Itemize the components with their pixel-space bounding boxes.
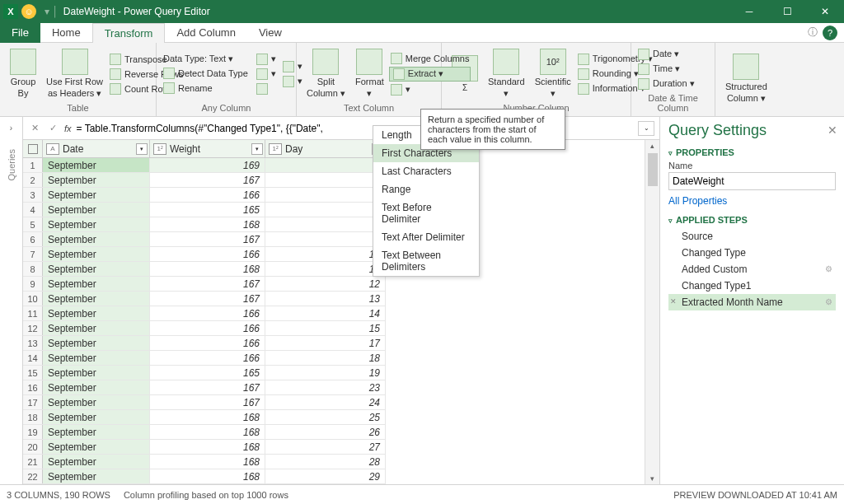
cell-date[interactable]: September (43, 292, 150, 306)
fill-icon[interactable]: ▾ (255, 68, 278, 81)
cell-weight[interactable]: 169 (150, 158, 265, 172)
cell-weight[interactable]: 167 (150, 292, 265, 306)
tab-file[interactable]: File (0, 23, 40, 43)
table-row[interactable]: 16September16723 (23, 380, 386, 395)
minimize-button[interactable]: ─ (730, 0, 768, 23)
cell-weight[interactable]: 168 (150, 262, 265, 276)
cell-weight[interactable]: 166 (150, 351, 265, 365)
cell-weight[interactable]: 166 (150, 306, 265, 320)
cell-date[interactable]: September (43, 336, 150, 350)
cell-weight[interactable]: 168 (150, 440, 265, 454)
cell-day[interactable]: 29 (265, 469, 386, 483)
table-row[interactable]: 11September16614 (23, 306, 386, 321)
format-button[interactable]: Format ▾ (350, 47, 389, 100)
tab-home[interactable]: Home (40, 23, 92, 43)
cell-date[interactable]: September (43, 306, 150, 320)
expand-icon[interactable]: › (10, 124, 12, 133)
time-button[interactable]: Time ▾ (636, 63, 696, 76)
table-row[interactable]: 19September16826 (23, 425, 386, 440)
cell-date[interactable]: September (43, 188, 150, 202)
select-all-cell[interactable] (23, 140, 43, 157)
cell-day[interactable]: 6 (265, 203, 386, 217)
cancel-icon[interactable]: ✕ (28, 122, 41, 135)
table-row[interactable]: 12September16615 (23, 321, 386, 336)
column-header-day[interactable]: 1²Day▾ (265, 140, 386, 157)
close-button[interactable]: ✕ (806, 0, 844, 23)
cell-date[interactable]: September (43, 262, 150, 276)
table-row[interactable]: 6September1679 (23, 232, 386, 247)
date-button[interactable]: Date ▾ (636, 48, 696, 61)
table-row[interactable]: 4September1656 (23, 203, 386, 217)
table-row[interactable]: 17September16724 (23, 395, 386, 410)
cell-day[interactable]: 8 (265, 217, 386, 231)
delete-step-icon[interactable]: ✕ (670, 297, 677, 306)
parse-button[interactable]: ▾ (389, 83, 471, 96)
menu-text-after-delimiter[interactable]: Text After Delimiter (373, 228, 479, 246)
cell-weight[interactable]: 168 (150, 410, 265, 424)
data-type-button[interactable]: Data Type: Text ▾ (162, 53, 250, 65)
cell-weight[interactable]: 168 (150, 455, 265, 469)
cell-date[interactable]: September (43, 321, 150, 335)
cell-date[interactable]: September (43, 173, 150, 187)
applied-step[interactable]: Changed Type (668, 245, 836, 261)
cell-day[interactable]: 17 (265, 336, 386, 350)
properties-header[interactable]: PROPERTIES (668, 147, 836, 157)
menu-text-between-delimiters[interactable]: Text Between Delimiters (373, 246, 479, 276)
menu-text-before-delimiter[interactable]: Text Before Delimiter (373, 198, 479, 228)
cell-date[interactable]: September (43, 366, 150, 380)
merge-columns-button[interactable]: Merge Columns (389, 52, 471, 65)
table-row[interactable]: 10September16713 (23, 292, 386, 306)
cell-date[interactable]: September (43, 217, 150, 231)
column-dropdown-icon[interactable]: ▾ (251, 143, 263, 155)
cell-day[interactable]: 13 (265, 292, 386, 306)
cell-day[interactable]: 26 (265, 425, 386, 439)
cell-day[interactable]: 19 (265, 366, 386, 380)
cell-weight[interactable]: 165 (150, 366, 265, 380)
cell-day[interactable]: 15 (265, 321, 386, 335)
detect-type-button[interactable]: Detect Data Type (162, 67, 250, 80)
vertical-scrollbar[interactable]: ▴▾ (645, 140, 659, 484)
scientific-button[interactable]: 10²Scientific ▾ (530, 47, 576, 100)
cell-weight[interactable]: 166 (150, 247, 265, 261)
cell-day[interactable]: 9 (265, 232, 386, 246)
accept-icon[interactable]: ✓ (46, 122, 59, 135)
fx-icon[interactable]: fx (64, 124, 72, 133)
cell-date[interactable]: September (43, 247, 150, 261)
applied-step[interactable]: Added Custom⚙ (668, 261, 836, 278)
cell-day[interactable] (265, 158, 386, 172)
pivot-icon[interactable] (255, 82, 278, 96)
applied-step[interactable]: Extracted Month Name⚙✕ (668, 294, 836, 310)
cell-date[interactable]: September (43, 277, 150, 291)
column-dropdown-icon[interactable]: ▾ (136, 143, 148, 155)
cell-day[interactable]: 25 (265, 410, 386, 424)
cell-weight[interactable]: 167 (150, 395, 265, 409)
cell-day[interactable]: 24 (265, 395, 386, 409)
tab-add-column[interactable]: Add Column (165, 23, 247, 43)
all-properties-link[interactable]: All Properties (668, 195, 836, 207)
cell-date[interactable]: September (43, 351, 150, 365)
cell-day[interactable]: 23 (265, 380, 386, 394)
replace-values-icon[interactable]: ▾ (255, 53, 278, 66)
gear-icon[interactable]: ⚙ (825, 264, 832, 273)
table-row[interactable]: 1September169 (23, 158, 386, 173)
cell-day[interactable]: 5 (265, 188, 386, 202)
cell-weight[interactable]: 166 (150, 321, 265, 335)
cell-day[interactable]: 10 (265, 247, 386, 261)
cell-weight[interactable]: 166 (150, 336, 265, 350)
queries-pane-collapsed[interactable]: › Queries (0, 117, 23, 484)
cell-date[interactable]: September (43, 395, 150, 409)
formula-expand-icon[interactable]: ⌄ (638, 121, 654, 136)
applied-step[interactable]: Source (668, 228, 836, 245)
cell-day[interactable]: 11 (265, 262, 386, 276)
menu-last-characters[interactable]: Last Characters (373, 162, 479, 180)
table-row[interactable]: 18September16825 (23, 410, 386, 425)
cell-day[interactable]: 12 (265, 277, 386, 291)
cell-date[interactable]: September (43, 232, 150, 246)
query-name-input[interactable] (668, 172, 836, 190)
gear-icon[interactable]: ⚙ (825, 297, 832, 306)
structured-column-button[interactable]: Structured Column ▾ (720, 52, 772, 105)
extract-button[interactable]: Extract ▾ (389, 67, 471, 82)
cell-weight[interactable]: 167 (150, 380, 265, 394)
duration-button[interactable]: Duration ▾ (636, 77, 696, 91)
cell-day[interactable] (265, 173, 386, 187)
